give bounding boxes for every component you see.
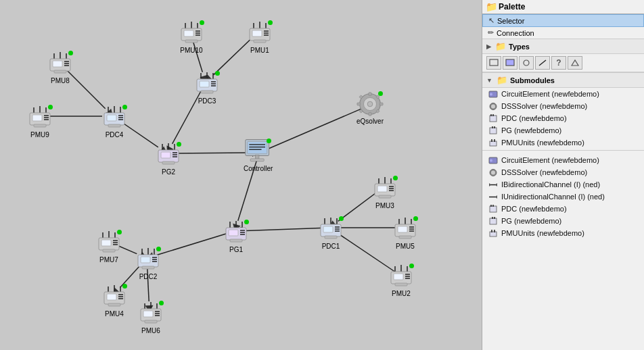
node-icon-PMU2 xyxy=(387,264,415,289)
svg-rect-195 xyxy=(145,320,157,323)
submodules-section-header[interactable]: ▼ 📁 Submodules xyxy=(482,72,644,88)
svg-rect-92 xyxy=(161,152,170,158)
panel-title: Palette xyxy=(499,2,525,11)
svg-rect-191 xyxy=(143,311,153,317)
svg-rect-197 xyxy=(506,59,514,66)
node-PG2[interactable]: PG2 xyxy=(154,142,183,176)
status-dot-PDC2 xyxy=(156,247,161,251)
svg-rect-222 xyxy=(490,206,497,212)
status-dot-Controller xyxy=(267,139,271,143)
svg-point-201 xyxy=(490,93,492,95)
svg-rect-119 xyxy=(377,186,387,192)
submodule-label-sm1: CircuitElement (newfebdemo) xyxy=(501,90,599,98)
submodule-icon-sm8 xyxy=(488,180,499,189)
node-PMU3[interactable]: PMU3 xyxy=(371,176,399,209)
svg-rect-177 xyxy=(142,266,154,269)
node-PMU2[interactable]: PMU2 xyxy=(387,264,415,297)
toolbar-btn-4[interactable] xyxy=(535,56,550,70)
node-icon-PDC2 xyxy=(134,247,162,272)
node-icon-PG2 xyxy=(154,142,183,168)
types-section-header[interactable]: ▶ 📁 Types xyxy=(482,39,644,54)
toolbar-btn-2[interactable] xyxy=(503,56,518,70)
svg-rect-137 xyxy=(323,226,333,232)
submodule-item-sm12[interactable]: PMUUnits (newfebdemo) xyxy=(482,227,644,239)
submodule-icon-sm2 xyxy=(488,101,499,111)
node-PMU1[interactable]: PMU1 xyxy=(246,20,274,54)
svg-rect-168 xyxy=(103,249,115,252)
node-PMU9[interactable]: PMU9 xyxy=(26,105,54,139)
submodule-item-sm8[interactable]: IBidirectionalChannel (I) (ned) xyxy=(482,178,644,191)
panel-content[interactable]: ↖ Selector ✏ Connection ▶ 📁 Types xyxy=(482,14,644,350)
toolbar-btn-6[interactable] xyxy=(568,56,582,70)
node-label-PMU1: PMU1 xyxy=(250,47,269,54)
svg-point-216 xyxy=(491,170,495,174)
node-PMU7[interactable]: PMU7 xyxy=(95,230,123,264)
submodule-item-sm2[interactable]: DSSSolver (newfebdemo) xyxy=(482,100,644,112)
canvas-area[interactable]: PMU1 PMU10 xyxy=(0,0,482,350)
svg-rect-103 xyxy=(250,159,264,161)
svg-marker-218 xyxy=(489,183,491,186)
toolbar-btn-5[interactable]: ? xyxy=(551,56,566,70)
status-dot-PMU3 xyxy=(393,176,398,180)
node-PDC3[interactable]: PDC3 xyxy=(193,71,221,105)
submodule-item-sm11[interactable]: PG (newfebdemo) xyxy=(482,215,644,227)
status-dot-PDC1 xyxy=(339,216,344,221)
svg-rect-164 xyxy=(101,240,111,246)
status-dot-PMU6 xyxy=(159,301,164,305)
submodule-label-sm2: DSSSolver (newfebdemo) xyxy=(501,102,587,110)
node-PDC4[interactable]: PDC4 xyxy=(100,105,129,139)
submodule-item-sm1[interactable]: CircuitElement (newfebdemo) xyxy=(482,88,644,100)
submodule-label-sm8: IBidirectionalChannel (I) (ned) xyxy=(501,180,600,189)
node-icon-PDC4 xyxy=(100,105,129,130)
palette-selector[interactable]: ↖ Selector xyxy=(482,14,644,27)
status-dot-PMU5 xyxy=(413,216,418,221)
submodule-item-sm3[interactable]: PDC (newfebdemo) xyxy=(482,112,644,124)
node-label-PG1: PG1 xyxy=(229,246,243,253)
right-panel: 📁 Palette ↖ Selector ✏ Connection ▶ 📁 Ty… xyxy=(482,0,644,350)
svg-rect-65 xyxy=(32,115,42,121)
submodule-item-sm7[interactable]: DSSSolver (newfebdemo) xyxy=(482,166,644,178)
status-dot-PMU8 xyxy=(68,51,73,55)
svg-rect-207 xyxy=(490,128,497,134)
node-PMU10[interactable]: PMU10 xyxy=(177,20,206,54)
panel-header: 📁 Palette xyxy=(482,0,644,14)
node-icon-PG1 xyxy=(222,220,250,245)
svg-marker-219 xyxy=(495,183,497,186)
svg-rect-186 xyxy=(108,303,120,306)
node-eQsolver[interactable]: eQsolver xyxy=(356,91,384,125)
svg-rect-107 xyxy=(369,93,371,96)
submodule-item-sm4[interactable]: PG (newfebdemo) xyxy=(482,124,644,136)
toolbar-btn-1[interactable] xyxy=(486,56,501,70)
svg-rect-108 xyxy=(369,112,371,116)
svg-rect-60 xyxy=(54,70,66,73)
node-label-PMU2: PMU2 xyxy=(392,290,411,297)
types-label: Types xyxy=(509,43,530,51)
svg-point-214 xyxy=(490,159,492,161)
node-PMU6[interactable]: PMU6 xyxy=(137,301,165,334)
submodule-label-sm12: PMUUnits (newfebdemo) xyxy=(501,229,584,237)
submodule-item-sm10[interactable]: PDC (newfebdemo) xyxy=(482,203,644,215)
node-PMU8[interactable]: PMU8 xyxy=(46,51,74,84)
toolbar-btn-3[interactable] xyxy=(519,56,534,70)
types-folder-icon: 📁 xyxy=(495,41,506,51)
palette-connection[interactable]: ✏ Connection xyxy=(482,27,644,39)
submodule-icon-sm7 xyxy=(488,168,499,177)
node-PMU4[interactable]: PMU4 xyxy=(100,284,129,318)
submodule-item-sm9[interactable]: IUnidirectionalChannel (I) (ned) xyxy=(482,191,644,203)
node-PDC1[interactable]: PDC1 xyxy=(317,216,345,250)
svg-rect-128 xyxy=(398,226,407,232)
node-PMU5[interactable]: PMU5 xyxy=(391,216,419,250)
node-label-PG2: PG2 xyxy=(162,168,175,176)
svg-rect-132 xyxy=(399,236,411,239)
submodule-item-sm6[interactable]: CircuitElement (newfebdemo) xyxy=(482,154,644,166)
svg-line-14 xyxy=(259,109,361,153)
svg-rect-83 xyxy=(107,115,116,121)
submodule-icon-sm12 xyxy=(488,228,499,238)
submodule-item-sm5[interactable]: PMUUnits (newfebdemo) xyxy=(482,136,644,149)
node-PDC2[interactable]: PDC2 xyxy=(134,247,162,280)
status-dot-PMU2 xyxy=(409,264,414,268)
svg-rect-141 xyxy=(325,236,337,239)
node-PG1[interactable]: PG1 xyxy=(222,220,250,253)
node-Controller[interactable]: Controller xyxy=(244,139,273,172)
svg-rect-78 xyxy=(201,91,213,93)
